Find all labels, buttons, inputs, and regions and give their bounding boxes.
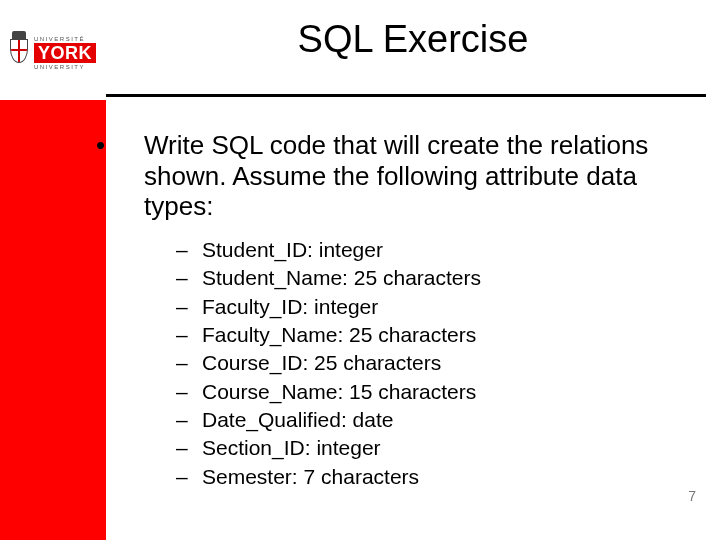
content-area: Write SQL code that will create the rela… [120, 130, 690, 491]
logo-line-bottom: UNIVERSITY [34, 64, 96, 70]
list-item: Course_ID: 25 characters [176, 349, 690, 377]
list-item: Course_Name: 15 characters [176, 378, 690, 406]
york-university-logo: UNIVERSITÉ YORK UNIVERSITY [10, 28, 96, 78]
list-item: Semester: 7 characters [176, 463, 690, 491]
list-item: Date_Qualified: date [176, 406, 690, 434]
logo-line-top: UNIVERSITÉ [34, 36, 96, 42]
list-item: Section_ID: integer [176, 434, 690, 462]
attribute-list: Student_ID: integer Student_Name: 25 cha… [176, 236, 690, 491]
slide: UNIVERSITÉ YORK UNIVERSITY SQL Exercise … [0, 0, 720, 540]
lead-bullet: Write SQL code that will create the rela… [144, 130, 690, 222]
list-item: Faculty_ID: integer [176, 293, 690, 321]
title-divider [106, 94, 706, 97]
slide-title: SQL Exercise [106, 18, 720, 61]
list-item: Student_ID: integer [176, 236, 690, 264]
list-item: Faculty_Name: 25 characters [176, 321, 690, 349]
logo-text: UNIVERSITÉ YORK UNIVERSITY [34, 36, 96, 70]
crest-icon [10, 31, 28, 75]
list-item: Student_Name: 25 characters [176, 264, 690, 292]
logo-line-main: YORK [34, 43, 96, 63]
page-number: 7 [688, 488, 696, 504]
red-sidebar [0, 100, 106, 540]
